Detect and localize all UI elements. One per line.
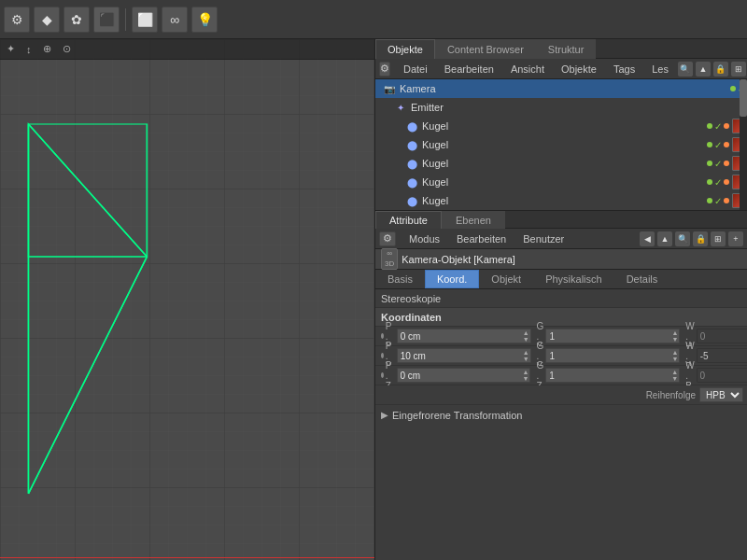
object-row-emitter[interactable]: ✦ Emitter: [375, 98, 747, 117]
kugel5-name: Kugel: [422, 195, 707, 206]
px-input-wrap[interactable]: ▲ ▼: [397, 329, 531, 343]
menu-objekte[interactable]: Objekte: [554, 62, 604, 77]
gx-spin-down[interactable]: ▼: [671, 336, 678, 343]
gz-input-wrap[interactable]: ▲ ▼: [545, 368, 680, 383]
sub-tab-objekt[interactable]: Objekt: [479, 270, 533, 288]
pz-spinner[interactable]: ▲ ▼: [522, 369, 530, 382]
menu-datei[interactable]: Datei: [396, 62, 435, 77]
attr-lock-icon[interactable]: 🔒: [693, 231, 708, 246]
wh-input[interactable]: [698, 331, 747, 342]
px-spin-up[interactable]: ▲: [523, 329, 529, 336]
right-panel: Objekte Content Browser Struktur ⚙ Datei…: [375, 39, 747, 560]
toolbar-icon-4[interactable]: ⬜: [132, 7, 158, 33]
expand-icon[interactable]: ⊞: [731, 62, 746, 77]
gy-input-wrap[interactable]: ▲ ▼: [545, 348, 680, 363]
object-list-scrollbar[interactable]: [740, 79, 747, 210]
toolbar-icon-0[interactable]: ⚙: [4, 7, 30, 33]
gx-spinner[interactable]: ▲ ▼: [670, 329, 679, 343]
attr-menu-bearbeiten[interactable]: Bearbeiten: [449, 231, 514, 246]
py-input[interactable]: [398, 349, 522, 362]
py-input-wrap[interactable]: ▲ ▼: [397, 348, 531, 363]
attr-nav-up-icon[interactable]: ▲: [657, 231, 672, 246]
object-row-kugel5[interactable]: ⬤ Kugel ✓: [375, 191, 747, 210]
attr-back-icon[interactable]: ◀: [640, 231, 655, 246]
gz-input[interactable]: [546, 371, 670, 381]
reihenfolge-label: Reihenfolge: [646, 390, 696, 400]
viewport-btn-rotate[interactable]: ⊕: [40, 43, 54, 55]
toolbar-icon-1[interactable]: ◆: [34, 7, 60, 33]
kugel1-dot: [707, 123, 712, 129]
main-layout: ✦ ↕ ⊕ ⊙ Objekte Content Browser Struktur…: [0, 39, 747, 560]
attr-menu-gear[interactable]: ⚙: [379, 231, 396, 246]
tab-objekte[interactable]: Objekte: [375, 39, 435, 59]
sub-tab-basis[interactable]: Basis: [375, 270, 425, 288]
object-row-kamera[interactable]: 📷 Kamera ✓: [375, 79, 747, 98]
wb-input-wrap[interactable]: [697, 368, 747, 383]
wh-input-wrap[interactable]: [697, 329, 747, 343]
viewport-btn-camera[interactable]: ⊙: [60, 43, 74, 55]
tab-ebenen[interactable]: Ebenen: [442, 211, 505, 229]
attr-add-icon[interactable]: +: [728, 231, 743, 246]
px-input[interactable]: [398, 329, 522, 343]
object-row-kugel4[interactable]: ⬤ Kugel ✓: [375, 173, 747, 191]
object-row-kugel1[interactable]: ⬤ Kugel ✓: [375, 117, 747, 135]
py-spin-down[interactable]: ▼: [523, 356, 529, 362]
toolbar-icon-5[interactable]: ∞: [162, 7, 188, 33]
gz-spin-up[interactable]: ▲: [671, 369, 678, 375]
gy-spinner[interactable]: ▲ ▼: [670, 349, 679, 362]
menu-les[interactable]: Les: [644, 62, 676, 77]
gx-spin-up[interactable]: ▲: [671, 329, 678, 336]
menu-tags[interactable]: Tags: [606, 62, 642, 77]
wp-input-wrap[interactable]: [697, 348, 747, 363]
sub-tab-row: Basis Koord. Objekt Physikalisch Details: [375, 270, 747, 289]
gz-spin-down[interactable]: ▼: [671, 375, 678, 382]
frozen-row[interactable]: ▶ Eingefrorene Transformation: [375, 405, 747, 425]
gx-input[interactable]: [546, 331, 670, 342]
object-list[interactable]: 📷 Kamera ✓ ✦ Emitter ⬤ Kugel: [375, 79, 747, 211]
pz-input[interactable]: [398, 369, 522, 382]
kamera-icon: 📷: [383, 82, 396, 95]
pz-spin-up[interactable]: ▲: [523, 369, 529, 375]
pz-spin-down[interactable]: ▼: [523, 375, 529, 382]
attr-menu-benutzer[interactable]: Benutzer: [515, 231, 571, 246]
reihenfolge-select[interactable]: HPB PHB PBH: [699, 387, 743, 402]
gy-spin-up[interactable]: ▲: [671, 349, 678, 356]
menu-bearbeiten[interactable]: Bearbeiten: [437, 62, 501, 77]
sub-tab-koord[interactable]: Koord.: [425, 270, 479, 288]
py-spinner[interactable]: ▲ ▼: [522, 349, 530, 362]
attr-menu-modus[interactable]: Modus: [402, 231, 447, 246]
sub-tab-physikalisch[interactable]: Physikalisch: [533, 270, 614, 288]
viewport-btn-zoom[interactable]: ↕: [23, 44, 35, 55]
emitter-name: Emitter: [411, 102, 740, 113]
toolbar-icon-6[interactable]: 💡: [191, 7, 218, 33]
px-spin-down[interactable]: ▼: [523, 336, 529, 343]
object-row-kugel3[interactable]: ⬤ Kugel ✓: [375, 154, 747, 173]
kugel5-check: ✓: [714, 196, 722, 206]
tab-attribute[interactable]: Attribute: [375, 211, 442, 229]
sub-tab-details[interactable]: Details: [614, 270, 670, 288]
gz-spinner[interactable]: ▲ ▼: [670, 369, 679, 382]
menu-icon-gear[interactable]: ⚙: [379, 62, 390, 77]
lock-icon[interactable]: 🔒: [713, 62, 728, 77]
viewport[interactable]: ✦ ↕ ⊕ ⊙: [0, 39, 375, 560]
attr-expand-icon[interactable]: ⊞: [711, 231, 726, 246]
attr-search-icon[interactable]: 🔍: [675, 231, 690, 246]
viewport-btn-move[interactable]: ✦: [4, 43, 18, 55]
scrollbar-thumb[interactable]: [740, 79, 747, 117]
px-spinner[interactable]: ▲ ▼: [522, 329, 530, 343]
gy-input[interactable]: [546, 351, 670, 361]
wp-input[interactable]: [698, 351, 747, 361]
tab-struktur[interactable]: Struktur: [536, 39, 597, 59]
tab-content-browser[interactable]: Content Browser: [435, 39, 536, 59]
search-icon[interactable]: 🔍: [678, 62, 693, 77]
pz-input-wrap[interactable]: ▲ ▼: [397, 368, 531, 383]
gy-spin-down[interactable]: ▼: [671, 356, 678, 362]
py-spin-up[interactable]: ▲: [523, 349, 529, 356]
nav-up-icon[interactable]: ▲: [696, 62, 711, 77]
toolbar-icon-2[interactable]: ✿: [63, 7, 90, 33]
gx-input-wrap[interactable]: ▲ ▼: [545, 329, 680, 343]
wb-input[interactable]: [698, 371, 747, 381]
object-row-kugel2[interactable]: ⬤ Kugel ✓: [375, 135, 747, 154]
toolbar-icon-3[interactable]: ⬛: [93, 7, 120, 33]
menu-ansicht[interactable]: Ansicht: [503, 62, 552, 77]
